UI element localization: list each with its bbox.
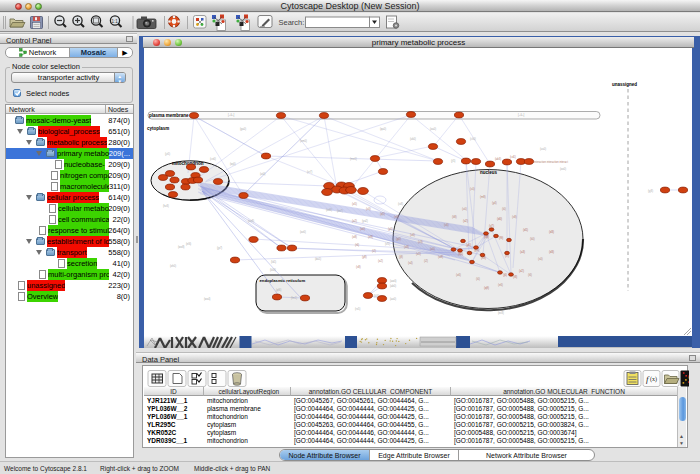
- svg-text:(od6): (od6): [326, 208, 332, 212]
- svg-text:(ec8): (ec8): [498, 311, 504, 315]
- svg-text:(r6): (r6): [355, 243, 359, 247]
- svg-text:(s0): (s0): [538, 257, 543, 261]
- svg-text:(ze7): (ze7): [337, 209, 343, 213]
- svg-text:(aw0): (aw0): [390, 279, 397, 283]
- svg-text:(yj8): (yj8): [648, 189, 653, 193]
- svg-text:(q5): (q5): [458, 252, 463, 256]
- svg-text:plasma membrane: plasma membrane: [149, 113, 189, 118]
- svg-text:(kk0): (kk0): [270, 268, 276, 272]
- svg-text:(me0): (me0): [350, 157, 357, 161]
- svg-text:(q5): (q5): [380, 212, 385, 216]
- svg-text:(i0): (i0): [476, 277, 480, 281]
- svg-text:(yo2): (yo2): [362, 219, 368, 223]
- svg-text:(k0): (k0): [530, 237, 535, 241]
- svg-text:(cd1): (cd1): [510, 155, 516, 159]
- svg-text:(o8): (o8): [352, 235, 357, 239]
- svg-text:(fm1): (fm1): [291, 296, 297, 300]
- svg-text:(a3): (a3): [520, 250, 525, 254]
- svg-text:[--0--]: [--0--]: [228, 113, 235, 117]
- svg-text:(w8): (w8): [438, 255, 443, 259]
- svg-text:(d3): (d3): [549, 230, 554, 234]
- svg-text:(ck0): (ck0): [470, 137, 476, 141]
- svg-text:cytoplasm: cytoplasm: [147, 126, 169, 131]
- svg-text:(f9): (f9): [499, 236, 503, 240]
- svg-text:(i0): (i0): [502, 207, 506, 211]
- svg-text:(x): (x): [650, 376, 657, 383]
- svg-text:(o2): (o2): [378, 259, 383, 263]
- svg-text:unassigned: unassigned: [612, 82, 637, 87]
- svg-text:(s8): (s8): [512, 215, 517, 219]
- svg-text:(rx5): (rx5): [355, 307, 360, 311]
- svg-text:(oh0): (oh0): [170, 264, 176, 268]
- svg-text:(vr7): (vr7): [307, 170, 312, 174]
- svg-text:(y8): (y8): [362, 255, 367, 259]
- svg-text:(y0): (y0): [388, 227, 393, 231]
- svg-text:(wj0): (wj0): [230, 162, 236, 166]
- svg-text:(d3): (d3): [549, 250, 554, 254]
- svg-text:(i2): (i2): [372, 249, 376, 253]
- svg-text:(q9): (q9): [484, 286, 489, 290]
- svg-text:Search:: Search:: [279, 18, 305, 27]
- svg-text:(u6): (u6): [410, 233, 415, 237]
- svg-text:(jp7): (jp7): [217, 246, 222, 250]
- svg-text:nucleus: nucleus: [480, 170, 498, 175]
- svg-text:(oz0): (oz0): [300, 230, 306, 234]
- svg-text:(ix8): (ix8): [398, 202, 403, 206]
- svg-text:(i6): (i6): [528, 273, 532, 277]
- svg-text:(ce0): (ce0): [210, 157, 216, 161]
- svg-text:(q8): (q8): [484, 235, 489, 239]
- svg-text:(c0): (c0): [366, 207, 371, 211]
- svg-text:interaction interaction intera: interaction interaction interact: [534, 160, 568, 164]
- svg-text:(e8): (e8): [368, 235, 373, 239]
- svg-text:(y4): (y4): [492, 201, 497, 205]
- svg-text:(ao0): (ao0): [390, 297, 396, 301]
- svg-text:(v2): (v2): [463, 219, 468, 223]
- svg-text:(j6): (j6): [503, 273, 507, 277]
- svg-text:(s8): (s8): [356, 265, 361, 269]
- svg-text:(t8): (t8): [513, 275, 517, 279]
- svg-text:(c0): (c0): [470, 187, 475, 191]
- svg-text:(d1): (d1): [523, 228, 528, 232]
- svg-text:(c6): (c6): [444, 223, 449, 227]
- svg-text:[--0--]: [--0--]: [518, 113, 525, 117]
- svg-text:(oa0): (oa0): [430, 127, 436, 131]
- svg-text:(o0): (o0): [430, 247, 435, 251]
- svg-text:(oo0): (oo0): [560, 167, 566, 171]
- svg-text:(uk0): (uk0): [410, 137, 416, 141]
- svg-text:(uu0): (uu0): [540, 147, 546, 151]
- svg-text:(hz3): (hz3): [163, 204, 169, 208]
- svg-text:(v7): (v7): [489, 224, 494, 228]
- svg-text:(jz5): (jz5): [165, 152, 170, 156]
- svg-text:(u0): (u0): [462, 207, 467, 211]
- svg-text:(w0): (w0): [360, 227, 365, 231]
- svg-text:(j8): (j8): [399, 255, 403, 259]
- svg-text:(y6): (y6): [466, 243, 471, 247]
- svg-text:(c3): (c3): [418, 240, 423, 244]
- svg-text:(el6): (el6): [186, 242, 191, 246]
- svg-text:(jf1): (jf1): [451, 159, 456, 163]
- svg-text:(e6): (e6): [498, 283, 503, 287]
- svg-text:(g0): (g0): [396, 237, 401, 241]
- svg-text:(e8): (e8): [394, 215, 399, 219]
- svg-text:(at0): (at0): [260, 172, 265, 176]
- svg-text:(m8): (m8): [480, 195, 486, 199]
- svg-text:(o6): (o6): [456, 273, 461, 277]
- svg-text:(ga0): (ga0): [240, 127, 246, 131]
- svg-text:(k8): (k8): [452, 215, 457, 219]
- svg-text:(d0): (d0): [497, 217, 502, 221]
- svg-text:(ab3): (ab3): [495, 157, 501, 161]
- svg-text:(o2): (o2): [352, 219, 357, 223]
- svg-text:(om0): (om0): [300, 139, 307, 143]
- svg-text:(i2): (i2): [424, 259, 428, 263]
- svg-text:(ld1): (ld1): [271, 260, 276, 264]
- svg-text:(da5): (da5): [315, 257, 321, 261]
- svg-text:(a5): (a5): [416, 252, 421, 256]
- svg-text:(wo4): (wo4): [204, 297, 211, 301]
- svg-text:(oo8): (oo8): [248, 219, 254, 223]
- svg-text:(s4): (s4): [408, 261, 413, 265]
- svg-text:(o8): (o8): [404, 245, 409, 249]
- svg-text:(qa0): (qa0): [380, 127, 386, 131]
- svg-text:(wo8): (wo8): [178, 245, 185, 249]
- svg-text:(o5): (o5): [352, 202, 357, 206]
- svg-text:(qf6): (qf6): [276, 288, 281, 292]
